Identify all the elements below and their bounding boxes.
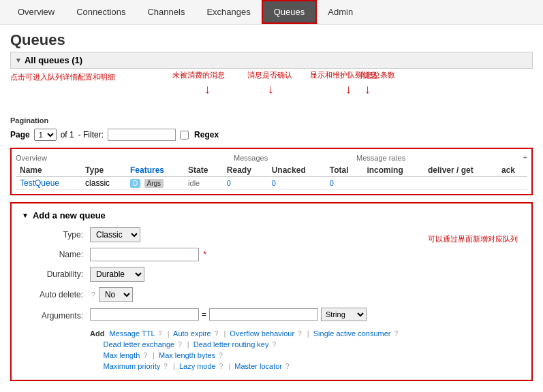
add-max-length[interactable]: Max length (104, 351, 140, 359)
collapse-arrow-icon: ▼ (15, 56, 22, 64)
name-row: Name: * (22, 248, 521, 261)
add-queue-header[interactable]: ▼ Add a new queue (22, 210, 521, 220)
nav-overview[interactable]: Overview (7, 1, 65, 22)
overflow-behaviour-help[interactable]: ? (298, 330, 302, 338)
queue-deliver-get (424, 177, 497, 190)
regex-checkbox[interactable] (180, 131, 189, 140)
regex-label: Regex (194, 130, 219, 140)
add-links-row3: Max length ? | Max length bytes ? (90, 351, 521, 359)
all-queues-label: All queues (1) (25, 55, 82, 65)
message-ttl-help[interactable]: ? (158, 330, 162, 338)
nav-channels[interactable]: Channels (136, 1, 196, 22)
filter-label: - Filter: (78, 130, 104, 140)
queue-state: idle (184, 177, 223, 190)
add-single-active-consumer[interactable]: Single active consumer (313, 329, 391, 338)
add-queue-collapse-arrow: ▼ (22, 212, 29, 219)
auto-expire-help[interactable]: ? (215, 330, 219, 338)
name-control: * (90, 248, 206, 261)
add-message-ttl[interactable]: Message TTL (109, 329, 155, 338)
ann-unconsumed: 未被消费的消息 (172, 70, 225, 80)
ann-unconsumed-arrow: ↓ (204, 82, 211, 97)
nav-connections[interactable]: Connections (65, 1, 136, 22)
queue-ready: 0 (223, 177, 268, 190)
nav-admin[interactable]: Admin (317, 1, 364, 22)
pagination-label: Pagination (10, 116, 533, 125)
durability-row: Durability: Durable Transient (22, 267, 521, 282)
table-expand-icon[interactable]: + (523, 153, 527, 161)
queue-name-link[interactable]: TestQueue (20, 178, 59, 188)
queue-incoming (362, 177, 424, 190)
col-state[interactable]: State (184, 164, 223, 177)
page-select[interactable]: 1 (34, 129, 57, 141)
max-length-bytes-help[interactable]: ? (219, 352, 223, 359)
dead-letter-exchange-help[interactable]: ? (178, 341, 182, 348)
top-navigation: Overview Connections Channels Exchanges … (0, 0, 543, 24)
add-overflow-behaviour[interactable]: Overflow behaviour (230, 329, 294, 338)
nav-exchanges[interactable]: Exchanges (196, 1, 261, 22)
add-auto-expire[interactable]: Auto expire (173, 329, 211, 338)
messages-group-header: Messages (234, 153, 356, 163)
add-links-row4: Maximum priority ? | Lazy mode ? | Maste… (90, 362, 521, 370)
arguments-type-select[interactable]: String Number Boolean List (321, 308, 367, 321)
col-deliver-get: deliver / get (424, 164, 497, 177)
maximum-priority-help[interactable]: ? (164, 363, 168, 370)
durability-select[interactable]: Durable Transient (90, 267, 144, 282)
lazy-mode-help[interactable]: ? (219, 363, 223, 370)
master-locator-help[interactable]: ? (285, 363, 290, 370)
type-label: Type: (22, 230, 90, 240)
page-of: of 1 (61, 130, 74, 140)
add-links-row1: Add Message TTL ? | Auto expire ? | Over… (90, 329, 521, 338)
queue-type: classic (81, 177, 126, 190)
add-dead-letter-exchange[interactable]: Dead letter exchange (104, 340, 175, 348)
col-type[interactable]: Type (81, 164, 126, 177)
overview-group-header: Overview (16, 153, 234, 163)
all-queues-section-header[interactable]: ▼ All queues (1) (10, 52, 533, 69)
durability-label: Durability: (22, 270, 90, 279)
ann-acked-arrow: ↓ (268, 82, 274, 97)
arguments-value-input[interactable] (209, 308, 318, 321)
arguments-key-input[interactable] (90, 308, 199, 321)
feature-d-tag: D (130, 179, 140, 188)
name-label: Name: (22, 250, 90, 259)
ann-acked: 消息是否确认 (247, 70, 292, 80)
pagination-controls: Page 1 of 1 - Filter: Regex (10, 126, 533, 144)
page-content: Queues ▼ All queues (1) 点击可进入队列详情配置和明细 显… (0, 24, 543, 388)
col-name[interactable]: Name (16, 164, 81, 177)
auto-delete-select[interactable]: No Yes (99, 287, 133, 302)
add-lazy-mode[interactable]: Lazy mode (179, 362, 216, 370)
add-queue-title: Add a new queue (33, 210, 106, 220)
filter-input[interactable] (108, 129, 176, 141)
add-links-row2: Dead letter exchange ? | Dead letter rou… (90, 340, 521, 348)
add-dead-letter-routing-key[interactable]: Dead letter routing key (193, 340, 269, 348)
max-length-help[interactable]: ? (143, 352, 147, 359)
ann-total: 消息总条数 (358, 70, 395, 80)
type-select[interactable]: Classic Quorum Stream (90, 227, 140, 242)
col-ack: ack (497, 164, 527, 177)
auto-delete-help-icon[interactable]: ? (91, 291, 95, 299)
queue-total: 0 (326, 177, 363, 190)
col-total[interactable]: Total (326, 164, 363, 177)
col-ready[interactable]: Ready (223, 164, 268, 177)
arguments-row: Arguments: = String Number Boolean List (22, 308, 521, 324)
durability-control: Durable Transient (90, 267, 144, 282)
table-group-headers: Overview Messages Message rates (16, 153, 523, 163)
message-rates-group-header: Message rates (356, 153, 523, 163)
queue-ack (497, 177, 527, 190)
dead-letter-routing-key-help[interactable]: ? (272, 341, 276, 348)
nav-queues[interactable]: Queues (262, 0, 317, 24)
ann-click-queue: 点击可进入队列详情配置和明细 (10, 72, 115, 82)
col-unacked[interactable]: Unacked (268, 164, 326, 177)
add-label: Add (90, 329, 104, 338)
queue-unacked: 0 (268, 177, 326, 190)
ann-total-arrow: ↓ (364, 82, 371, 97)
arguments-control: = String Number Boolean List (90, 308, 367, 324)
add-master-locator[interactable]: Master locator (234, 362, 282, 370)
name-input[interactable] (90, 248, 199, 261)
single-active-consumer-help[interactable]: ? (394, 330, 399, 338)
feature-args-tag[interactable]: Args (144, 179, 164, 188)
queue-features: D Args (126, 177, 184, 190)
add-max-length-bytes[interactable]: Max length bytes (159, 351, 215, 359)
args-inputs-row: = String Number Boolean List (90, 308, 367, 321)
type-control: Classic Quorum Stream (90, 227, 140, 242)
add-maximum-priority[interactable]: Maximum priority (104, 362, 161, 370)
